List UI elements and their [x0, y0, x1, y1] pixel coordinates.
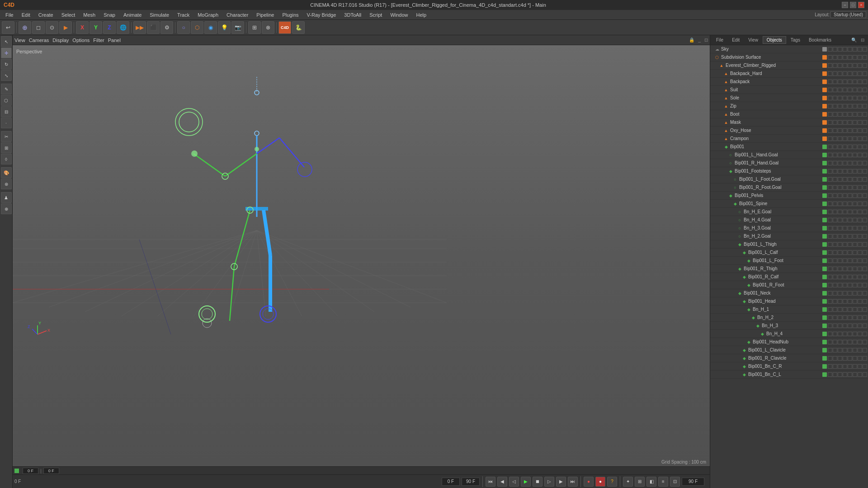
tree-ctrl-36-0[interactable]	[828, 340, 832, 344]
paint-tool[interactable]: 🎨	[1, 167, 12, 178]
tree-ctrl-16-0[interactable]	[828, 177, 832, 182]
tree-ctrl-26-4[interactable]	[848, 258, 852, 263]
tree-ctrl-33-3[interactable]	[843, 315, 847, 320]
tree-ctrl-34-5[interactable]	[853, 324, 857, 328]
last-frame-btn[interactable]: ⏭	[568, 477, 578, 487]
tree-ctrl-24-7[interactable]	[863, 242, 867, 247]
stop-btn[interactable]: ⏹	[533, 477, 542, 487]
tree-ctrl-17-0[interactable]	[828, 185, 832, 190]
scale-tool[interactable]: ⤡	[1, 70, 12, 81]
tree-ctrl-9-2[interactable]	[838, 120, 842, 125]
tree-ctrl-1-3[interactable]	[843, 55, 847, 60]
tree-item-7[interactable]: ▲Zip	[710, 102, 868, 110]
tree-ctrl-0-6[interactable]	[858, 47, 862, 52]
menu-mesh[interactable]: Mesh	[80, 11, 99, 19]
undo-btn[interactable]: ↩	[2, 21, 14, 34]
tree-ctrl-40-1[interactable]	[833, 372, 837, 377]
tree-item-5[interactable]: ▲Suit	[710, 86, 868, 94]
tree-ctrl-32-7[interactable]	[863, 307, 867, 312]
tree-ctrl-35-5[interactable]	[853, 332, 857, 336]
tree-ctrl-17-2[interactable]	[838, 185, 842, 190]
tree-ctrl-37-0[interactable]	[828, 348, 832, 352]
tree-item-16[interactable]: ○Bip001_L_Foot.Goal	[710, 175, 868, 183]
tree-ctrl-2-0[interactable]	[828, 63, 832, 68]
tree-ctrl-18-5[interactable]	[853, 193, 857, 198]
tree-ctrl-40-0[interactable]	[828, 372, 832, 377]
tree-ctrl-3-7[interactable]	[863, 71, 867, 76]
tree-ctrl-28-2[interactable]	[838, 275, 842, 279]
viewport[interactable]: Perspective	[13, 45, 710, 466]
tree-ctrl-33-0[interactable]	[828, 315, 832, 320]
tree-ctrl-16-3[interactable]	[843, 177, 847, 182]
tree-item-18[interactable]: ◆Bip001_Pelvis	[710, 192, 868, 200]
tree-ctrl-16-5[interactable]	[853, 177, 857, 182]
tree-ctrl-2-6[interactable]	[858, 63, 862, 68]
tree-item-31[interactable]: ◆Bip001_Head	[710, 297, 868, 305]
tree-ctrl-36-6[interactable]	[858, 340, 862, 344]
tree-ctrl-20-2[interactable]	[838, 210, 842, 214]
tree-ctrl-29-3[interactable]	[843, 283, 847, 287]
tree-ctrl-0-4[interactable]	[848, 47, 852, 52]
tree-ctrl-30-3[interactable]	[843, 291, 847, 296]
tree-ctrl-34-3[interactable]	[843, 324, 847, 328]
tree-ctrl-14-4[interactable]	[848, 161, 852, 165]
tree-ctrl-34-2[interactable]	[838, 324, 842, 328]
tree-ctrl-1-1[interactable]	[833, 55, 837, 60]
tree-ctrl-11-6[interactable]	[858, 136, 862, 141]
tree-ctrl-10-4[interactable]	[848, 128, 852, 133]
tree-item-25[interactable]: ◆Bip001_L_Calf	[710, 249, 868, 257]
tree-item-8[interactable]: ▲Boot	[710, 110, 868, 118]
tree-ctrl-27-7[interactable]	[863, 267, 867, 271]
tree-item-15[interactable]: ◆Bip001_Footsteps	[710, 167, 868, 175]
tree-ctrl-40-7[interactable]	[863, 372, 867, 377]
move-tool-left[interactable]: ✛	[1, 47, 12, 58]
tree-ctrl-19-2[interactable]	[838, 202, 842, 206]
tree-ctrl-6-6[interactable]	[858, 96, 862, 100]
tree-ctrl-12-5[interactable]	[853, 145, 857, 149]
tree-ctrl-21-2[interactable]	[838, 218, 842, 222]
tree-ctrl-9-4[interactable]	[848, 120, 852, 125]
tree-ctrl-5-3[interactable]	[843, 88, 847, 92]
tree-ctrl-17-5[interactable]	[853, 185, 857, 190]
render-settings[interactable]: ⚙	[160, 21, 173, 34]
select-tool-left[interactable]: ↖	[1, 36, 12, 47]
sculpt-tool[interactable]: ⊛	[1, 178, 12, 189]
key-help-btn[interactable]: ?	[607, 477, 617, 487]
brush-tool[interactable]: ✎	[1, 84, 12, 94]
tree-ctrl-34-4[interactable]	[848, 324, 852, 328]
rotate-tool[interactable]: ↻	[1, 59, 12, 70]
tree-ctrl-27-0[interactable]	[828, 267, 832, 271]
menu-3dtoall[interactable]: 3DToAll	[340, 11, 365, 19]
tree-ctrl-32-1[interactable]	[833, 307, 837, 312]
tree-item-4[interactable]: ▲Backpack	[710, 78, 868, 86]
tree-ctrl-20-7[interactable]	[863, 210, 867, 214]
tree-item-21[interactable]: ○Bn_H_4.Goal	[710, 216, 868, 224]
tree-ctrl-22-6[interactable]	[858, 226, 862, 230]
tree-ctrl-32-0[interactable]	[828, 307, 832, 312]
tree-ctrl-7-4[interactable]	[848, 104, 852, 108]
tree-ctrl-2-5[interactable]	[853, 63, 857, 68]
tree-ctrl-26-0[interactable]	[828, 258, 832, 263]
end-frame-input1[interactable]	[462, 478, 480, 486]
tree-ctrl-27-2[interactable]	[838, 267, 842, 271]
x-axis[interactable]: X	[76, 21, 89, 34]
tree-ctrl-5-1[interactable]	[833, 88, 837, 92]
sphere-btn[interactable]: ◉	[204, 21, 217, 34]
tree-ctrl-15-2[interactable]	[838, 169, 842, 174]
tree-ctrl-36-7[interactable]	[863, 340, 867, 344]
tab-objects[interactable]: Objects	[763, 36, 786, 44]
tree-item-28[interactable]: ◆Bip001_R_Calf	[710, 273, 868, 281]
bevel-tool[interactable]: ◊	[1, 154, 12, 164]
tree-ctrl-30-0[interactable]	[828, 291, 832, 296]
tree-ctrl-38-7[interactable]	[863, 356, 867, 361]
tree-ctrl-0-7[interactable]	[863, 47, 867, 52]
tree-ctrl-5-2[interactable]	[838, 88, 842, 92]
menu-window[interactable]: Window	[387, 11, 411, 19]
point-tool[interactable]: ·	[1, 117, 12, 128]
tree-ctrl-15-4[interactable]	[848, 169, 852, 174]
tree-ctrl-25-1[interactable]	[833, 250, 837, 255]
tree-ctrl-29-1[interactable]	[833, 283, 837, 287]
tree-ctrl-11-2[interactable]	[838, 136, 842, 141]
tree-ctrl-16-2[interactable]	[838, 177, 842, 182]
tree-ctrl-3-3[interactable]	[843, 71, 847, 76]
